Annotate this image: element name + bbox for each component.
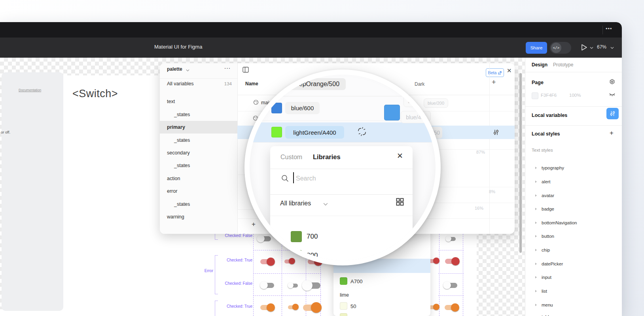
group-item-selected[interactable]: primary bbox=[167, 124, 185, 130]
tab-custom[interactable]: Custom bbox=[280, 154, 302, 161]
library-filter-dropdown[interactable]: All libraries bbox=[280, 200, 311, 207]
divider bbox=[160, 78, 237, 79]
disclosure-triangle[interactable] bbox=[535, 235, 537, 237]
text-style-item[interactable]: button bbox=[542, 234, 554, 239]
text-style-item[interactable]: avatar bbox=[542, 193, 554, 198]
page-opacity-value[interactable]: 100% bbox=[569, 93, 581, 98]
text-style-item[interactable]: chip bbox=[542, 248, 550, 252]
text-style-item[interactable]: menu bbox=[542, 303, 553, 307]
alpha-value: 8% bbox=[464, 189, 495, 194]
beta-badge[interactable]: Beta bbox=[486, 68, 504, 77]
color-swatch[interactable] bbox=[340, 313, 347, 316]
library-icon[interactable] bbox=[609, 79, 616, 85]
alpha-value: 16% bbox=[452, 206, 483, 211]
disclosure-triangle[interactable] bbox=[535, 263, 537, 265]
column-header-dark[interactable]: Dark bbox=[415, 81, 424, 87]
page-color-swatch[interactable] bbox=[532, 92, 538, 99]
frame-title: <Switch> bbox=[72, 88, 118, 100]
column-header-name[interactable]: Name bbox=[245, 81, 258, 87]
documentation-link[interactable]: Documentation bbox=[19, 88, 41, 92]
local-styles-header[interactable]: Local styles bbox=[532, 131, 560, 137]
group-item[interactable]: _states bbox=[174, 112, 190, 117]
chevron-down-icon[interactable] bbox=[590, 47, 593, 49]
sidebar-item-all-variables[interactable]: All variables bbox=[167, 81, 193, 87]
annotation-row-label: Checked: True bbox=[219, 258, 252, 262]
disclosure-triangle[interactable] bbox=[535, 194, 537, 197]
page-color-value[interactable]: F3F4F6 bbox=[541, 93, 557, 98]
tab-prototype[interactable]: Prototype bbox=[553, 62, 573, 68]
window-titlebar: ••• bbox=[0, 22, 622, 38]
text-styles-header: Text styles bbox=[532, 148, 553, 152]
broken-link-icon[interactable] bbox=[356, 126, 367, 137]
divider bbox=[525, 106, 622, 107]
group-item[interactable]: _states bbox=[174, 137, 190, 143]
group-item[interactable]: action bbox=[167, 176, 180, 181]
disclosure-triangle[interactable] bbox=[535, 290, 537, 292]
color-swatch[interactable] bbox=[340, 277, 347, 285]
tab-libraries[interactable]: Libraries bbox=[313, 153, 341, 161]
chevron-down-icon bbox=[323, 203, 328, 206]
tab-design[interactable]: Design bbox=[532, 62, 547, 68]
column-divider bbox=[489, 63, 490, 234]
dev-mode-toggle[interactable]: </> bbox=[550, 42, 571, 54]
disclosure-triangle[interactable] bbox=[535, 167, 537, 169]
color-label[interactable]: A700 bbox=[350, 278, 362, 284]
canvas-scrollbar[interactable] bbox=[519, 73, 522, 253]
add-style-icon[interactable]: + bbox=[610, 129, 614, 137]
disclosure-triangle[interactable] bbox=[535, 181, 537, 183]
chevron-down-icon[interactable] bbox=[610, 47, 614, 49]
layout-guide bbox=[463, 222, 463, 316]
group-item[interactable]: warning bbox=[167, 214, 184, 220]
color-label[interactable]: 800 bbox=[307, 252, 318, 260]
text-style-item[interactable]: bottomNavigation bbox=[542, 220, 577, 225]
add-mode-icon[interactable]: + bbox=[492, 78, 496, 87]
disclosure-triangle[interactable] bbox=[535, 222, 537, 224]
search-input[interactable] bbox=[295, 173, 396, 184]
value-chip-dark[interactable]: blue/200 bbox=[424, 98, 448, 108]
collection-dropdown[interactable]: palette bbox=[167, 66, 182, 72]
color-swatch[interactable] bbox=[271, 103, 282, 113]
sliders-icon[interactable] bbox=[493, 129, 499, 135]
group-item[interactable]: error bbox=[167, 188, 177, 194]
text-style-item[interactable]: typography bbox=[542, 166, 564, 170]
page-section-header[interactable]: Page bbox=[532, 80, 544, 85]
text-style-item[interactable]: alert bbox=[542, 179, 550, 184]
close-icon[interactable]: ✕ bbox=[397, 151, 403, 160]
play-icon[interactable] bbox=[581, 44, 588, 51]
grid-view-icon[interactable] bbox=[396, 198, 404, 206]
value-chip[interactable]: blue/600 bbox=[285, 102, 320, 114]
overflow-menu-icon[interactable]: … bbox=[224, 63, 231, 71]
color-swatch[interactable] bbox=[291, 231, 302, 242]
color-swatch[interactable] bbox=[340, 302, 347, 310]
chevron-down-icon bbox=[186, 69, 189, 71]
color-label[interactable]: 700 bbox=[307, 233, 318, 241]
group-item[interactable]: secondary bbox=[167, 150, 190, 156]
zoom-level[interactable]: 67% bbox=[597, 44, 606, 50]
color-label[interactable]: 50 bbox=[350, 303, 356, 309]
disclosure-triangle[interactable] bbox=[535, 276, 537, 278]
file-title[interactable]: Material UI for Figma bbox=[154, 44, 202, 50]
group-item[interactable]: _states bbox=[174, 201, 190, 207]
text-style-item[interactable]: datePicker bbox=[542, 261, 563, 266]
color-swatch[interactable] bbox=[271, 127, 282, 137]
disclosure-triangle[interactable] bbox=[535, 208, 537, 210]
share-button[interactable]: Share bbox=[526, 42, 547, 54]
group-item[interactable]: _states bbox=[174, 163, 190, 168]
panel-toggle-icon[interactable] bbox=[242, 67, 249, 73]
text-style-item[interactable]: table bbox=[542, 314, 551, 316]
value-chip-selected[interactable]: lightGreen/A400 bbox=[285, 126, 344, 139]
add-variable-icon[interactable]: + bbox=[252, 220, 256, 228]
open-variables-button[interactable] bbox=[606, 108, 619, 119]
window-menu-icon[interactable]: ••• bbox=[606, 26, 612, 32]
disclosure-triangle[interactable] bbox=[535, 249, 537, 251]
disclosure-triangle[interactable] bbox=[535, 304, 537, 306]
text-style-item[interactable]: input bbox=[542, 275, 551, 280]
eye-closed-icon[interactable] bbox=[609, 92, 616, 98]
color-swatch[interactable] bbox=[384, 105, 400, 120]
text-style-item[interactable]: list bbox=[542, 289, 547, 293]
search-icon bbox=[281, 175, 289, 182]
text-style-item[interactable]: badge bbox=[542, 207, 554, 211]
group-item[interactable]: text bbox=[167, 99, 175, 104]
close-icon[interactable]: ✕ bbox=[507, 67, 512, 74]
local-variables-header[interactable]: Local variables bbox=[532, 113, 567, 118]
